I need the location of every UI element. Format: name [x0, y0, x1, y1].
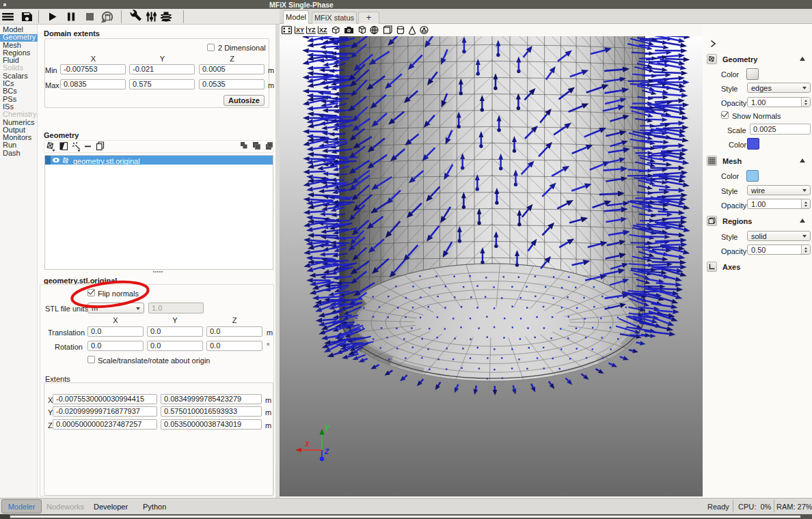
svg-text:XY: XY	[296, 27, 304, 33]
svg-text:Z: Z	[324, 448, 329, 455]
svg-text:X: X	[304, 440, 310, 448]
svg-text:YZ: YZ	[308, 27, 316, 33]
svg-text:XZ: XZ	[319, 27, 327, 33]
